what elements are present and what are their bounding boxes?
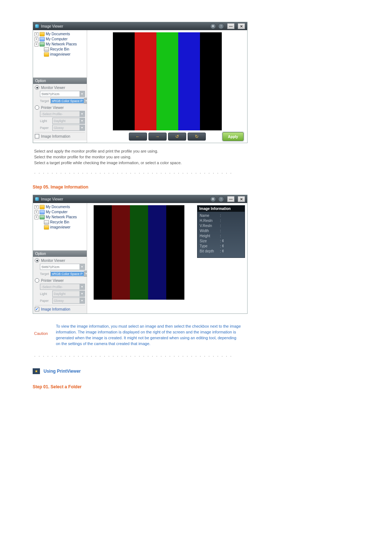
color-test-image [113, 32, 222, 130]
info-row: Bit depth: ¢ [200, 249, 242, 254]
target-label: Target [40, 272, 49, 276]
monitor-profile-combo[interactable]: SM971P.icm ▼ [40, 264, 85, 270]
close-button[interactable]: ✕ [238, 196, 245, 202]
tree-item[interactable]: My Network Places [46, 215, 77, 220]
expand-icon[interactable]: + [34, 205, 38, 209]
option-header: Option [33, 251, 87, 257]
folder-tree[interactable]: +My Documents +My Computer +My Network P… [33, 203, 87, 251]
help-icon[interactable]: ? [218, 196, 224, 202]
option-header: Option [33, 78, 87, 84]
chevron-down-icon[interactable]: ▼ [79, 91, 85, 97]
paper-combo[interactable]: Glossy ▼ [52, 297, 85, 304]
info-row: V.Resln: [200, 223, 242, 228]
printer-viewer-label: Printer Viewer [41, 106, 64, 110]
monitor-viewer-radio[interactable] [35, 258, 39, 263]
light-combo[interactable]: Daylight ▼ [52, 291, 85, 297]
printer-profile-combo[interactable]: -Select Profile- ▼ [40, 111, 85, 117]
instruction-text: Select and apply the monitor profile and… [34, 148, 358, 166]
paper-label: Paper [40, 126, 51, 130]
titlebar[interactable]: Image Viewer ✱ ? — ✕ [33, 22, 247, 30]
window-title: Image Viewer [41, 24, 63, 28]
tree-item[interactable]: My Documents [46, 204, 70, 210]
image-viewer-window-2: Image Viewer ✱ ? — ✕ +My Documents +My C… [33, 195, 248, 314]
image-canvas: Image Information Name:H.Resln:V.Resln:W… [87, 203, 247, 301]
tree-item[interactable]: My Documents [46, 32, 70, 37]
target-label: Target [40, 99, 49, 103]
recycle-bin-icon [44, 47, 49, 52]
monitor-profile-combo[interactable]: SM971P.icm ▼ [40, 91, 85, 97]
chevron-down-icon[interactable]: ▼ [79, 284, 85, 289]
expand-icon[interactable]: + [34, 32, 38, 36]
chevron-down-icon[interactable]: ▼ [79, 118, 85, 123]
chevron-down-icon[interactable]: ▼ [79, 291, 85, 296]
expand-icon[interactable]: + [34, 42, 38, 46]
step-05-title: Step 05. Image Information [33, 185, 359, 190]
image-info-label: Image Information [41, 307, 70, 311]
image-info-checkbox[interactable] [35, 134, 39, 138]
close-button[interactable]: ✕ [238, 23, 245, 29]
bottom-toolbar [87, 301, 247, 313]
info-row: Name: [200, 213, 242, 218]
expand-icon[interactable]: + [34, 210, 38, 214]
recycle-bin-icon [44, 220, 49, 224]
tree-item[interactable]: imageviewer [50, 225, 70, 230]
settings-icon[interactable]: ✱ [210, 196, 216, 202]
help-icon[interactable]: ? [218, 23, 224, 29]
tree-item[interactable]: imageviewer [50, 52, 70, 57]
tree-item[interactable]: Recycle Bin [50, 220, 69, 225]
tree-item[interactable]: Recycle Bin [50, 47, 69, 52]
light-label: Light [40, 119, 51, 123]
printer-viewer-radio[interactable] [35, 105, 39, 110]
divider-dots [33, 355, 233, 357]
printer-profile-combo[interactable]: -Select Profile- ▼ [40, 284, 85, 290]
minimize-button[interactable]: — [227, 23, 234, 29]
network-icon [40, 42, 45, 46]
printer-viewer-radio[interactable] [35, 278, 39, 283]
minimize-button[interactable]: — [227, 196, 234, 202]
image-information-title: Image Information [197, 206, 245, 212]
step-01-title: Step 01. Select a Folder [33, 384, 359, 389]
tree-item[interactable]: My Computer [46, 37, 68, 42]
rotate-right-button[interactable]: ↻ [188, 133, 206, 141]
target-profile-combo[interactable]: sRGB Color Space P ▼ [50, 98, 89, 104]
expand-icon[interactable]: + [34, 37, 38, 41]
folder-icon [44, 225, 49, 230]
titlebar[interactable]: Image Viewer ✱ ? — ✕ [33, 195, 247, 203]
info-row: Width: [200, 228, 242, 234]
paper-label: Paper [40, 299, 51, 303]
computer-icon [40, 37, 45, 41]
monitor-viewer-radio[interactable] [35, 85, 39, 90]
chevron-down-icon[interactable]: ▼ [79, 264, 85, 270]
settings-icon[interactable]: ✱ [210, 23, 216, 29]
chevron-down-icon[interactable]: ▼ [79, 111, 85, 117]
tree-item[interactable]: My Network Places [46, 42, 77, 47]
paper-combo[interactable]: Glossy ▼ [52, 125, 85, 131]
light-label: Light [40, 292, 51, 296]
nav-back-button[interactable]: ← [129, 133, 147, 141]
image-viewer-window-1: Image Viewer ✱ ? — ✕ +My Documents +My C… [33, 22, 248, 143]
left-panel: +My Documents +My Computer +My Network P… [33, 203, 87, 313]
folder-icon [44, 52, 49, 57]
printer-viewer-label: Printer Viewer [41, 279, 64, 283]
rotate-left-button[interactable]: ↺ [168, 133, 186, 141]
expand-icon[interactable]: + [34, 215, 38, 219]
light-combo[interactable]: Daylight ▼ [52, 118, 85, 124]
folder-tree[interactable]: +My Documents +My Computer +My Network P… [33, 30, 87, 78]
apply-button[interactable]: Apply [222, 132, 244, 141]
target-profile-combo[interactable]: sRGB Color Space P ▼ [50, 271, 89, 277]
computer-icon [40, 210, 45, 214]
info-row: Height: [200, 234, 242, 239]
chevron-down-icon[interactable]: ▼ [79, 125, 85, 130]
monitor-viewer-label: Monitor Viewer [41, 86, 65, 90]
chevron-down-icon[interactable]: ▼ [79, 298, 85, 303]
info-row: Size: ¢ [200, 239, 242, 244]
image-info-checkbox[interactable]: ✔ [35, 307, 39, 311]
image-info-label: Image Information [41, 134, 70, 138]
monitor-viewer-label: Monitor Viewer [41, 259, 65, 263]
app-icon [35, 197, 39, 201]
tree-item[interactable]: My Computer [46, 210, 68, 215]
app-icon [35, 24, 39, 28]
left-panel: +My Documents +My Computer +My Network P… [33, 30, 87, 143]
caution-label: Caution [34, 323, 48, 336]
nav-forward-button[interactable]: → [148, 133, 167, 141]
